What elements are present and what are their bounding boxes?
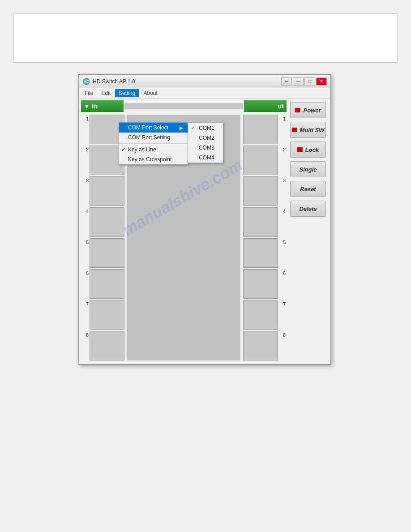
menu-bar: File Edit Setting About [79, 88, 330, 99]
app-icon: HD [83, 78, 90, 85]
list-item: 7 [82, 300, 124, 330]
list-item: 5 [243, 238, 286, 268]
menu-com-port-setting[interactable]: COM Port Setting [119, 133, 188, 142]
maximize-button[interactable]: □ [304, 77, 315, 86]
output-channel-box [243, 300, 278, 330]
power-button[interactable]: Power [290, 102, 326, 118]
list-item: 6 [82, 269, 124, 299]
output-channel-box [243, 207, 278, 237]
menu-setting[interactable]: Setting [115, 89, 139, 97]
com2-option[interactable]: COM2 [188, 133, 223, 143]
output-channel-box [243, 115, 278, 144]
application-window: HD HD Switch AP 1.0 ⇐ — □ ✕ File Edit Se… [78, 74, 331, 365]
lock-label: Lock [305, 146, 319, 153]
com-port-submenu: ✓ COM1 COM2 COM3 COM4 [188, 123, 223, 163]
menu-edit[interactable]: Edit [98, 89, 114, 97]
power-indicator [295, 108, 300, 112]
main-content: manualshive.com ▼ In ut 1 [79, 99, 330, 364]
submenu-arrow-icon: ▶ [180, 125, 183, 130]
list-item: 7 [243, 300, 286, 330]
header-in-label: In [92, 103, 97, 110]
key-as-crosspoint-label: Key as Crosspoint [128, 156, 171, 163]
output-channel-box [243, 238, 278, 268]
delete-button[interactable]: Delete [290, 201, 326, 217]
delete-label: Delete [299, 206, 317, 212]
com4-label: COM4 [199, 154, 214, 161]
setting-dropdown: COM Port Select ▶ ✓ COM1 COM2 COM3 [119, 122, 188, 165]
com2-label: COM2 [199, 135, 214, 141]
com-port-select-label: COM Port Select [128, 124, 168, 131]
menu-file[interactable]: File [81, 89, 97, 97]
setting-menu: COM Port Select ▶ ✓ COM1 COM2 COM3 [119, 122, 188, 165]
output-channels: 1 2 3 4 5 [242, 113, 287, 362]
close-button[interactable]: ✕ [316, 77, 327, 86]
list-item: 4 [243, 207, 286, 237]
reset-label: Reset [300, 186, 316, 193]
channel-box [90, 238, 124, 268]
menu-key-as-crosspoint[interactable]: Key as Crosspoint [119, 154, 188, 164]
multi-sw-indicator [292, 128, 297, 132]
window-controls: ⇐ — □ ✕ [281, 77, 327, 86]
list-item: 2 [82, 146, 124, 175]
list-item: 8 [82, 331, 124, 360]
menu-separator [119, 143, 188, 144]
output-channel-box [243, 146, 278, 175]
com4-option[interactable]: COM4 [188, 153, 223, 163]
list-item: 4 [82, 207, 124, 237]
multi-sw-label: Multi SW [300, 127, 325, 133]
title-bar-left: HD HD Switch AP 1.0 [83, 78, 135, 85]
com-port-setting-label: COM Port Setting [128, 134, 170, 141]
channel-box [90, 207, 124, 237]
key-as-line-check-icon: ✓ [121, 146, 126, 153]
output-channel-box [243, 269, 278, 299]
minimize-button[interactable]: — [293, 77, 304, 86]
list-item: 5 [82, 238, 124, 268]
header-in: ▼ In [81, 100, 124, 112]
lock-indicator [297, 147, 303, 152]
right-panel: Power Multi SW Lock Single Reset Delete [288, 100, 329, 362]
header-center [124, 103, 243, 109]
single-button[interactable]: Single [290, 161, 326, 177]
back-button[interactable]: ⇐ [281, 77, 292, 86]
com1-label: COM1 [199, 125, 214, 131]
list-item: 3 [82, 176, 124, 206]
channel-box [90, 300, 124, 330]
list-item: 1 [82, 115, 124, 144]
com3-label: COM3 [199, 145, 214, 151]
channel-box [90, 331, 124, 360]
list-item: 2 [243, 146, 286, 175]
list-item: 1 [243, 115, 286, 144]
window-title: HD Switch AP 1.0 [93, 78, 135, 85]
title-bar: HD HD Switch AP 1.0 ⇐ — □ ✕ [79, 75, 330, 88]
key-as-line-label: Key as Line [128, 146, 156, 153]
menu-key-as-line[interactable]: ✓ Key as Line [119, 145, 188, 154]
lock-button[interactable]: Lock [290, 142, 326, 158]
header-in-arrow: ▼ [84, 103, 90, 110]
single-label: Single [299, 166, 317, 173]
output-channel-box [243, 176, 278, 206]
channel-box [90, 176, 124, 206]
com1-check-icon: ✓ [191, 125, 195, 131]
list-item: 6 [243, 269, 286, 299]
reset-button[interactable]: Reset [290, 181, 326, 197]
list-item: 8 [243, 331, 286, 360]
channel-box [90, 269, 124, 299]
top-reference-box [13, 13, 398, 63]
list-item: 3 [243, 176, 286, 206]
power-label: Power [303, 107, 321, 114]
menu-com-port-select-container: COM Port Select ▶ ✓ COM1 COM2 COM3 [119, 123, 188, 133]
menu-about[interactable]: About [140, 89, 161, 97]
header-out-label: ut [278, 103, 284, 110]
output-channel-box [243, 331, 278, 360]
header-out: ut [244, 100, 287, 112]
com3-option[interactable]: COM3 [188, 143, 223, 153]
multi-sw-button[interactable]: Multi SW [290, 122, 326, 138]
com1-option[interactable]: ✓ COM1 [188, 123, 223, 133]
menu-com-port-select[interactable]: COM Port Select ▶ [119, 123, 188, 133]
